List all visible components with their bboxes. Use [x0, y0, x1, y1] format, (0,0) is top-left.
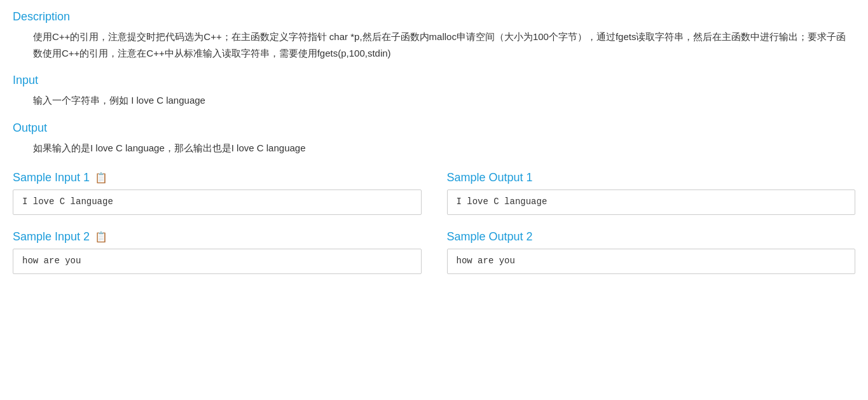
sample-output-label-1: Sample Output 1: [447, 171, 856, 184]
output-body: 如果输入的是I love C language，那么输出也是I love C l…: [33, 140, 855, 156]
sample-input-box-1: I love C language: [13, 190, 422, 215]
sample-output-section-2: Sample Output 2 how are you: [447, 230, 856, 274]
sample-input-box-2: how are you: [13, 249, 422, 274]
description-section: Description 使用C++的引用，注意提交时把代码选为C++；在主函数定…: [13, 10, 855, 61]
sample-output-title-1: Sample Output 1: [447, 171, 533, 184]
output-title: Output: [13, 121, 855, 135]
samples-container: Sample Input 1 📋 I love C language Sampl…: [13, 171, 855, 274]
sample-pair-2: Sample Input 2 📋 how are you Sample Outp…: [13, 230, 855, 274]
description-body: 使用C++的引用，注意提交时把代码选为C++；在主函数定义字符指针 char *…: [33, 29, 855, 61]
sample-input-section-2: Sample Input 2 📋 how are you: [13, 230, 422, 274]
description-title: Description: [13, 10, 855, 24]
sample-input-section-1: Sample Input 1 📋 I love C language: [13, 171, 422, 215]
sample-input-label-1: Sample Input 1 📋: [13, 171, 422, 184]
sample-input-title-1: Sample Input 1: [13, 171, 90, 184]
sample-input-title-2: Sample Input 2: [13, 230, 90, 244]
sample-output-box-1: I love C language: [447, 190, 856, 215]
copy-input-icon-2[interactable]: 📋: [95, 231, 107, 243]
sample-output-label-2: Sample Output 2: [447, 230, 856, 244]
output-section: Output 如果输入的是I love C language，那么输出也是I l…: [13, 121, 855, 156]
input-section: Input 输入一个字符串，例如 I love C language: [13, 74, 855, 109]
sample-output-box-2: how are you: [447, 249, 856, 274]
input-title: Input: [13, 74, 855, 87]
sample-output-section-1: Sample Output 1 I love C language: [447, 171, 856, 215]
input-body: 输入一个字符串，例如 I love C language: [33, 92, 855, 109]
sample-output-title-2: Sample Output 2: [447, 230, 533, 244]
copy-input-icon-1[interactable]: 📋: [95, 172, 107, 184]
sample-input-label-2: Sample Input 2 📋: [13, 230, 422, 244]
sample-pair-1: Sample Input 1 📋 I love C language Sampl…: [13, 171, 855, 215]
